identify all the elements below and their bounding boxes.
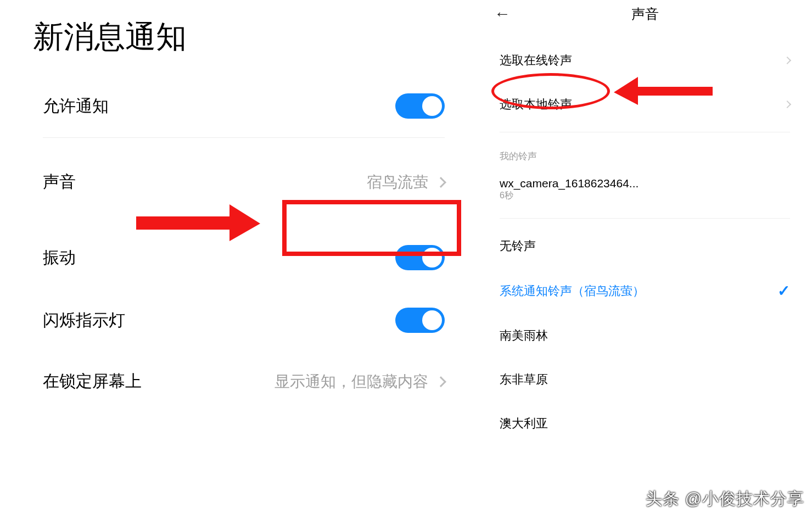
chevron-right-icon: [783, 57, 791, 64]
label-led: 闪烁指示灯: [43, 309, 125, 332]
label-sound: 声音: [43, 171, 76, 193]
label-lockscreen: 在锁定屏幕上: [43, 370, 142, 393]
my-ringtone-duration: 6秒: [478, 190, 812, 213]
row-allow-notifications[interactable]: 允许通知: [0, 75, 478, 137]
label-allow-notifications: 允许通知: [43, 95, 109, 118]
divider: [500, 132, 790, 132]
chevron-right-icon: [783, 101, 791, 108]
page-title: 新消息通知: [0, 0, 478, 75]
label-rainforest: 南美雨林: [500, 327, 548, 344]
annotation-arrow-left: [614, 77, 713, 105]
my-ringtone-item[interactable]: wx_camera_1618623464...: [478, 167, 812, 190]
label-my-ringtones: 我的铃声: [478, 138, 812, 167]
label-select-online: 选取在线铃声: [500, 52, 572, 69]
row-rainforest[interactable]: 南美雨林: [478, 314, 812, 358]
row-no-ringtone[interactable]: 无铃声: [478, 224, 812, 268]
value-sound: 宿鸟流萤: [367, 172, 445, 193]
label-no-ringtone: 无铃声: [500, 238, 536, 254]
row-australia[interactable]: 澳大利亚: [478, 402, 812, 445]
toggle-vibrate[interactable]: [395, 245, 445, 270]
chevron-right-icon: [435, 177, 446, 188]
checkmark-icon: ✓: [777, 282, 790, 300]
right-header: ← 声音: [478, 0, 812, 38]
label-australia: 澳大利亚: [500, 415, 548, 432]
divider: [500, 218, 790, 219]
label-select-local: 选取本地铃声: [500, 96, 572, 113]
row-select-online-ringtone[interactable]: 选取在线铃声: [478, 38, 812, 82]
back-icon[interactable]: ←: [494, 4, 511, 23]
lockscreen-value-text: 显示通知，但隐藏内容: [275, 371, 428, 392]
label-system-ringtone: 系统通知铃声（宿鸟流萤）: [500, 283, 645, 299]
watermark: 头条 @小俊技术分享: [646, 488, 804, 510]
row-savanna[interactable]: 东非草原: [478, 358, 812, 402]
annotation-arrow-right: [136, 204, 260, 241]
toggle-led[interactable]: [395, 308, 445, 333]
chevron-right-icon: [435, 376, 446, 387]
sound-value-text: 宿鸟流萤: [367, 172, 428, 193]
left-panel: 新消息通知 允许通知 声音 宿鸟流萤 振动 闪烁指示灯 在锁定屏幕上 显示通知，…: [0, 0, 478, 518]
row-lockscreen[interactable]: 在锁定屏幕上 显示通知，但隐藏内容: [0, 352, 478, 411]
row-led[interactable]: 闪烁指示灯: [0, 289, 478, 352]
label-savanna: 东非草原: [500, 371, 548, 388]
right-panel-title: 声音: [511, 5, 779, 23]
label-vibrate: 振动: [43, 247, 76, 269]
row-system-ringtone[interactable]: 系统通知铃声（宿鸟流萤） ✓: [478, 268, 812, 314]
value-lockscreen: 显示通知，但隐藏内容: [275, 371, 445, 392]
toggle-allow-notifications[interactable]: [395, 93, 445, 119]
